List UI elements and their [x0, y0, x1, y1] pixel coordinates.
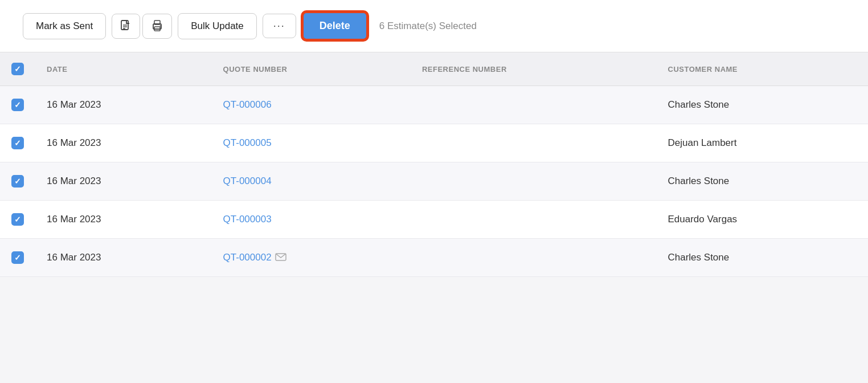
header-date: DATE: [35, 52, 212, 86]
print-button[interactable]: [142, 14, 172, 39]
table-row: 16 Mar 2023QT-000002Charles Stone: [0, 239, 868, 277]
row-quote-number: QT-000006: [212, 86, 411, 124]
row-checkbox-cell: [0, 239, 35, 277]
print-icon: [151, 20, 163, 32]
email-icon: [275, 253, 286, 263]
header-reference-number: REFERENCE NUMBER: [411, 52, 657, 86]
row-checkbox[interactable]: [11, 213, 24, 226]
row-checkbox-cell: [0, 86, 35, 124]
row-quote-number: QT-000004: [212, 162, 411, 201]
row-reference-number: [411, 124, 657, 162]
row-date: 16 Mar 2023: [35, 239, 212, 277]
bulk-update-button[interactable]: Bulk Update: [178, 13, 257, 39]
pdf-button[interactable]: [112, 14, 140, 39]
toolbar: Mark as Sent Bulk Update ··· Delete 6 Es…: [0, 0, 868, 52]
table-row: 16 Mar 2023QT-000006Charles Stone: [0, 86, 868, 124]
row-checkbox[interactable]: [11, 99, 24, 111]
row-customer-name: Dejuan Lambert: [657, 124, 869, 162]
row-reference-number: [411, 201, 657, 239]
quote-number-link[interactable]: QT-000004: [223, 176, 272, 186]
row-date: 16 Mar 2023: [35, 124, 212, 162]
row-date: 16 Mar 2023: [35, 201, 212, 239]
row-checkbox[interactable]: [11, 137, 24, 149]
row-quote-number: QT-000002: [212, 239, 411, 277]
row-customer-name: Charles Stone: [657, 239, 869, 277]
quote-number-link[interactable]: QT-000006: [223, 99, 272, 110]
row-reference-number: [411, 86, 657, 124]
mark-as-sent-button[interactable]: Mark as Sent: [23, 13, 106, 39]
pdf-icon: [120, 20, 132, 32]
row-date: 16 Mar 2023: [35, 162, 212, 201]
estimates-table-wrapper: DATE QUOTE NUMBER REFERENCE NUMBER CUSTO…: [0, 52, 868, 277]
row-checkbox[interactable]: [11, 175, 24, 188]
header-customer-name: CUSTOMER NAME: [657, 52, 869, 86]
delete-button[interactable]: Delete: [302, 11, 368, 40]
svg-point-7: [160, 25, 161, 26]
table-header: DATE QUOTE NUMBER REFERENCE NUMBER CUSTO…: [0, 52, 868, 86]
row-checkbox[interactable]: [11, 251, 24, 264]
quote-number-link[interactable]: QT-000003: [223, 214, 272, 225]
more-options-button[interactable]: ···: [263, 14, 296, 38]
table-body: 16 Mar 2023QT-000006Charles Stone16 Mar …: [0, 86, 868, 277]
header-checkbox-cell: [0, 52, 35, 86]
row-date: 16 Mar 2023: [35, 86, 212, 124]
row-reference-number: [411, 239, 657, 277]
select-all-checkbox[interactable]: [11, 63, 24, 75]
row-quote-number: QT-000005: [212, 124, 411, 162]
row-customer-name: Charles Stone: [657, 86, 869, 124]
table-row: 16 Mar 2023QT-000005Dejuan Lambert: [0, 124, 868, 162]
row-customer-name: Charles Stone: [657, 162, 869, 201]
row-checkbox-cell: [0, 201, 35, 239]
header-quote-number: QUOTE NUMBER: [212, 52, 411, 86]
row-quote-number: QT-000003: [212, 201, 411, 239]
row-customer-name: Eduardo Vargas: [657, 201, 869, 239]
quote-number-link[interactable]: QT-000002: [223, 252, 272, 263]
table-row: 16 Mar 2023QT-000003Eduardo Vargas: [0, 201, 868, 239]
row-checkbox-cell: [0, 124, 35, 162]
row-reference-number: [411, 162, 657, 201]
selected-count-text: 6 Estimate(s) Selected: [379, 21, 477, 32]
table-row: 16 Mar 2023QT-000004Charles Stone: [0, 162, 868, 201]
estimates-table: DATE QUOTE NUMBER REFERENCE NUMBER CUSTO…: [0, 52, 868, 277]
row-checkbox-cell: [0, 162, 35, 201]
icon-buttons: [112, 14, 172, 39]
quote-number-link[interactable]: QT-000005: [223, 137, 272, 148]
